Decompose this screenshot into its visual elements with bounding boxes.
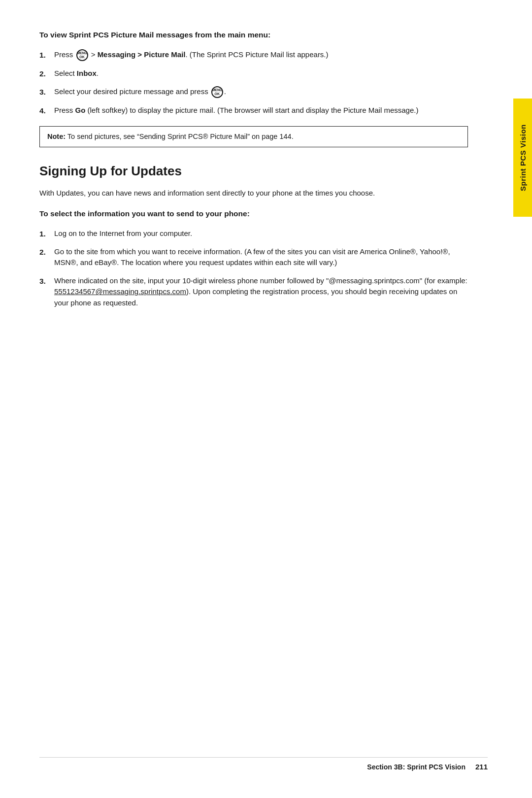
main-content: To view Sprint PCS Picture Mail messages…: [0, 0, 512, 798]
step-content: Select Inbox.: [54, 68, 468, 79]
sidebar-tab-label: Sprint PCS Vision: [519, 124, 527, 191]
step-number: 3.: [39, 86, 54, 98]
step-number: 2.: [39, 68, 54, 79]
list-item: 1. Press MENUOK > Messaging > Picture Ma…: [39, 49, 468, 61]
footer-section-label: Section 3B: Sprint PCS Vision: [367, 763, 466, 771]
list-item: 3. Select your desired picture message a…: [39, 86, 468, 98]
list-item: 1. Log on to the Internet from your comp…: [39, 228, 468, 239]
subsection-header: To select the information you want to se…: [39, 208, 468, 219]
step-number: 1.: [39, 228, 54, 239]
section-heading: Signing Up for Updates: [39, 163, 468, 179]
note-label: Note:: [47, 133, 66, 140]
step-content: Press Go (left softkey) to display the p…: [54, 105, 468, 116]
sidebar-tab: Sprint PCS Vision: [513, 99, 532, 217]
note-text: To send pictures, see “Sending Sprint PC…: [67, 133, 294, 140]
list-item: 2. Go to the site from which you want to…: [39, 246, 468, 268]
step-number: 2.: [39, 246, 54, 258]
menu-icon-1: MENUOK: [76, 49, 88, 61]
list-item: 4. Press Go (left softkey) to display th…: [39, 105, 468, 116]
step-number: 3.: [39, 275, 54, 287]
top-section-header: To view Sprint PCS Picture Mail messages…: [39, 30, 468, 40]
signing-steps: 1. Log on to the Internet from your comp…: [39, 228, 468, 309]
section-intro: With Updates, you can have news and info…: [39, 187, 468, 199]
list-item: 2. Select Inbox.: [39, 68, 468, 79]
step-content: Where indicated on the site, input your …: [54, 275, 468, 309]
step-content: Log on to the Internet from your compute…: [54, 228, 468, 239]
email-link: 5551234567@messaging.sprintpcs.com: [54, 287, 186, 296]
footer-page-number: 211: [475, 763, 488, 771]
list-item: 3. Where indicated on the site, input yo…: [39, 275, 468, 309]
step-content: Go to the site from which you want to re…: [54, 246, 468, 268]
page-container: Sprint PCS Vision To view Sprint PCS Pic…: [0, 0, 532, 798]
page-footer: Section 3B: Sprint PCS Vision 211: [39, 757, 488, 771]
note-box: Note: To send pictures, see “Sending Spr…: [39, 126, 468, 147]
step-number: 1.: [39, 49, 54, 61]
step-content: Press MENUOK > Messaging > Picture Mail.…: [54, 49, 468, 61]
step-content: Select your desired picture message and …: [54, 86, 468, 98]
menu-icon-2: MENUOK: [211, 86, 223, 98]
step-number: 4.: [39, 105, 54, 116]
picture-mail-steps: 1. Press MENUOK > Messaging > Picture Ma…: [39, 49, 468, 117]
